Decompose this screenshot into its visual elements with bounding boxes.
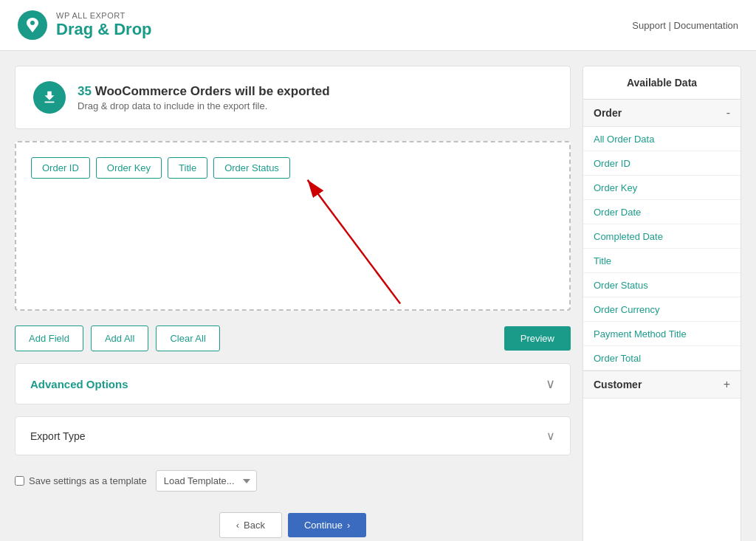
main-container: 35 WooCommerce Orders will be exported D… (0, 51, 756, 541)
bottom-nav: ‹ Back Continue › (15, 506, 571, 541)
documentation-link[interactable]: Documentation (674, 20, 738, 31)
advanced-options-label: Advanced Options (30, 378, 128, 390)
save-template-text: Save settings as a template (29, 475, 147, 486)
item-payment-method-title[interactable]: Payment Method Title (583, 322, 740, 346)
field-tag-title[interactable]: Title (168, 157, 207, 179)
field-tag-order-status[interactable]: Order Status (213, 157, 290, 179)
item-order-total[interactable]: Order Total (583, 346, 740, 371)
advanced-options-toggle[interactable]: Advanced Options ∨ (15, 363, 571, 404)
item-completed-date[interactable]: Completed Date (583, 224, 740, 249)
customer-section-toggle[interactable]: + (724, 379, 730, 390)
header-title-group: WP ALL EXPORT Drag & Drop (56, 11, 152, 39)
item-all-order-data[interactable]: All Order Data (583, 127, 740, 151)
advanced-options-chevron: ∨ (546, 376, 555, 392)
export-type-label: Export Type (30, 430, 85, 442)
drag-drop-area[interactable]: Order ID Order Key Title Order Status (15, 141, 571, 311)
back-arrow-icon: ‹ (236, 520, 239, 531)
item-title[interactable]: Title (583, 249, 740, 273)
template-row: Save settings as a template Load Templat… (15, 467, 571, 495)
header-title: Drag & Drop (56, 20, 152, 39)
continue-button[interactable]: Continue › (288, 513, 366, 537)
header-subtitle: WP ALL EXPORT (56, 11, 152, 20)
info-icon (33, 81, 66, 114)
drag-drop-wrapper: Order ID Order Key Title Order Status (15, 141, 571, 311)
item-order-key[interactable]: Order Key (583, 176, 740, 200)
header-links: Support | Documentation (632, 20, 738, 31)
save-template-checkbox-label[interactable]: Save settings as a template (15, 475, 147, 486)
back-button[interactable]: ‹ Back (219, 512, 282, 538)
link-separator: | (669, 20, 671, 31)
order-section-name: Order (594, 107, 622, 119)
continue-arrow-icon: › (347, 520, 350, 531)
export-type-row: Export Type ∨ (15, 416, 571, 455)
support-link[interactable]: Support (632, 20, 666, 31)
item-order-id[interactable]: Order ID (583, 151, 740, 176)
field-tag-order-key[interactable]: Order Key (96, 157, 162, 179)
add-all-button[interactable]: Add All (91, 325, 148, 351)
banner-heading: 35 WooCommerce Orders will be exported (78, 84, 330, 99)
order-section-toggle[interactable]: - (726, 107, 730, 119)
order-section-header[interactable]: Order - (583, 100, 740, 127)
export-type-chevron: ∨ (546, 429, 555, 443)
fields-row: Order ID Order Key Title Order Status (31, 157, 554, 179)
buttons-row: Add Field Add All Clear All Preview (15, 325, 571, 351)
clear-all-button[interactable]: Clear All (156, 325, 219, 351)
item-order-date[interactable]: Order Date (583, 200, 740, 224)
field-tag-order-id[interactable]: Order ID (31, 157, 90, 179)
add-field-button[interactable]: Add Field (15, 325, 83, 351)
right-panel: Available Data Order - All Order Data Or… (583, 66, 741, 541)
back-label: Back (244, 520, 265, 531)
load-template-select[interactable]: Load Template... (156, 470, 257, 492)
header-left: WP ALL EXPORT Drag & Drop (18, 10, 152, 40)
download-icon (41, 89, 58, 106)
preview-button[interactable]: Preview (504, 326, 571, 351)
item-order-currency[interactable]: Order Currency (583, 297, 740, 322)
info-text: 35 WooCommerce Orders will be exported D… (78, 84, 330, 111)
item-order-status[interactable]: Order Status (583, 273, 740, 297)
banner-subtext: Drag & drop data to include in the expor… (78, 100, 330, 111)
logo-svg (24, 16, 41, 34)
available-data-title: Available Data (583, 66, 740, 100)
save-template-checkbox[interactable] (15, 476, 24, 486)
info-banner: 35 WooCommerce Orders will be exported D… (15, 66, 571, 129)
header: WP ALL EXPORT Drag & Drop Support | Docu… (0, 0, 756, 51)
continue-label: Continue (304, 520, 343, 531)
left-panel: 35 WooCommerce Orders will be exported D… (15, 66, 571, 541)
logo-icon (18, 10, 47, 40)
customer-section-name: Customer (594, 379, 642, 390)
customer-section-header[interactable]: Customer + (583, 371, 740, 399)
